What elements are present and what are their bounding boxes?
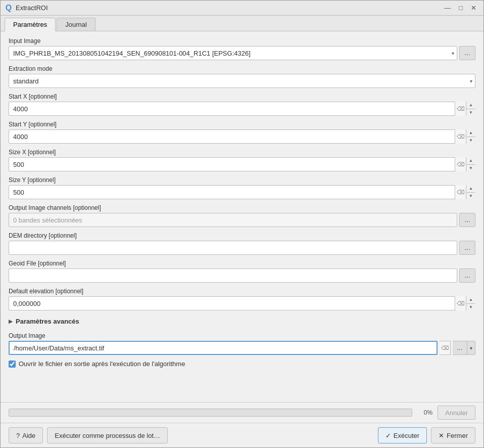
output-channels-browse-button[interactable]: … [459, 213, 475, 227]
checkmark-icon: ✓ [385, 432, 391, 439]
open-output-label[interactable]: Ouvrir le fichier en sortie après l'exéc… [19, 360, 185, 368]
app-icon: Q [5, 4, 13, 12]
geoid-file-group: Geoid File [optionnel] … [9, 260, 475, 283]
size-y-spin-buttons: ▲ ▼ [466, 185, 475, 199]
output-channels-label: Output Image channels [optionnel] [9, 204, 475, 211]
input-image-select-wrapper: IMG_PHR1B_MS_201308051042194_SEN_6909081… [9, 46, 457, 60]
open-output-row: Ouvrir le fichier en sortie après l'exéc… [9, 360, 475, 368]
input-image-group: Input Image IMG_PHR1B_MS_201308051042194… [9, 37, 475, 60]
bottom-left-actions: ? Aide Exécuter comme processus de lot… [9, 427, 168, 443]
geoid-file-label: Geoid File [optionnel] [9, 260, 475, 267]
start-x-clear-button[interactable]: ⌫ [455, 102, 466, 116]
bottom-right-actions: ✓ Exécuter ✕ Fermer [378, 427, 475, 443]
titlebar-controls: — □ ✕ [441, 3, 479, 13]
geoid-file-row: … [9, 268, 475, 283]
size-x-up-button[interactable]: ▲ [466, 157, 475, 165]
start-x-label: Start X [optionnel] [9, 93, 475, 100]
start-y-spinbox: ⌫ ▲ ▼ [9, 129, 475, 144]
default-elevation-controls: ⌫ ▲ ▼ [455, 296, 475, 310]
default-elevation-group: Default elevation [optionnel] ⌫ ▲ ▼ [9, 288, 475, 310]
start-x-group: Start X [optionnel] ⌫ ▲ ▼ [9, 93, 475, 116]
extraction-mode-group: Extraction mode standard fit longest sho… [9, 65, 475, 88]
default-elevation-label: Default elevation [optionnel] [9, 288, 475, 295]
extraction-mode-select-wrapper: standard fit longest shortest ▾ [9, 74, 475, 88]
advanced-label: Paramètres avancés [16, 318, 79, 325]
question-icon: ? [16, 432, 20, 439]
dem-directory-group: DEM directory [optionnel] … [9, 232, 475, 255]
tab-journal[interactable]: Journal [57, 18, 95, 31]
progress-area: 0% Annuler [1, 402, 483, 423]
input-image-label: Input Image [9, 37, 475, 44]
output-image-clear-button[interactable]: ⌫ [440, 341, 451, 355]
default-elevation-clear-button[interactable]: ⌫ [455, 296, 466, 310]
size-x-label: Size X [optionnel] [9, 149, 475, 156]
fermer-button[interactable]: ✕ Fermer [431, 427, 475, 443]
size-x-spin-buttons: ▲ ▼ [466, 157, 475, 171]
output-image-input[interactable] [9, 341, 438, 355]
aide-button[interactable]: ? Aide [9, 427, 43, 443]
start-y-down-button[interactable]: ▼ [466, 137, 475, 144]
output-image-browse-button[interactable]: … [453, 341, 467, 354]
output-channels-field: 0 bandes sélectionnées [9, 213, 457, 227]
dem-directory-input[interactable] [9, 241, 457, 255]
minimize-button[interactable]: — [441, 3, 454, 13]
start-y-group: Start Y [optionnel] ⌫ ▲ ▼ [9, 121, 475, 144]
titlebar-left: Q ExtractROI [5, 4, 48, 12]
input-image-select[interactable]: IMG_PHR1B_MS_201308051042194_SEN_6909081… [9, 46, 457, 60]
size-x-input[interactable] [9, 157, 475, 171]
size-y-down-button[interactable]: ▼ [466, 193, 475, 200]
advanced-toggle[interactable]: ▶ Paramètres avancés [9, 316, 475, 327]
output-channels-group: Output Image channels [optionnel] 0 band… [9, 204, 475, 227]
start-x-spin-buttons: ▲ ▼ [466, 102, 475, 116]
default-elevation-up-button[interactable]: ▲ [466, 296, 475, 304]
output-image-row: ⌫ … ▾ [9, 341, 475, 355]
size-x-clear-button[interactable]: ⌫ [455, 157, 466, 171]
start-y-spin-buttons: ▲ ▼ [466, 129, 475, 144]
advanced-arrow-icon: ▶ [9, 319, 13, 324]
cross-icon: ✕ [439, 432, 444, 439]
open-output-checkbox[interactable] [9, 361, 16, 368]
size-y-up-button[interactable]: ▲ [466, 185, 475, 193]
start-x-up-button[interactable]: ▲ [466, 102, 475, 109]
default-elevation-down-button[interactable]: ▼ [466, 304, 475, 311]
input-image-browse-button[interactable]: … [459, 46, 475, 60]
tab-bar: Paramètres Journal [1, 16, 483, 31]
executer-lot-button[interactable]: Exécuter comme processus de lot… [47, 427, 168, 443]
annuler-button: Annuler [438, 406, 475, 420]
output-image-group: Output Image ⌫ … ▾ [9, 332, 475, 355]
output-image-browse-dropdown: … ▾ [453, 341, 475, 355]
extraction-mode-label: Extraction mode [9, 65, 475, 72]
start-y-input[interactable] [9, 129, 475, 144]
tab-parametres[interactable]: Paramètres [5, 18, 56, 31]
default-elevation-input[interactable] [9, 296, 475, 310]
geoid-file-browse-button[interactable]: … [459, 268, 475, 283]
dem-directory-label: DEM directory [optionnel] [9, 232, 475, 239]
start-y-up-button[interactable]: ▲ [466, 129, 475, 137]
start-y-clear-button[interactable]: ⌫ [455, 129, 466, 144]
input-image-row: IMG_PHR1B_MS_201308051042194_SEN_6909081… [9, 46, 475, 60]
start-y-controls: ⌫ ▲ ▼ [455, 129, 475, 144]
size-y-group: Size Y [optionnel] ⌫ ▲ ▼ [9, 176, 475, 199]
executer-button[interactable]: ✓ Exécuter [378, 427, 427, 443]
size-y-label: Size Y [optionnel] [9, 176, 475, 184]
size-x-controls: ⌫ ▲ ▼ [455, 157, 475, 171]
dem-directory-browse-button[interactable]: … [459, 241, 475, 255]
extraction-mode-select[interactable]: standard fit longest shortest [9, 74, 475, 88]
size-y-controls: ⌫ ▲ ▼ [455, 185, 475, 199]
close-button[interactable]: ✕ [468, 3, 479, 13]
start-x-down-button[interactable]: ▼ [466, 109, 475, 116]
advanced-section: ▶ Paramètres avancés [9, 316, 475, 327]
geoid-file-input[interactable] [9, 268, 457, 283]
form-content: Input Image IMG_PHR1B_MS_201308051042194… [1, 31, 483, 402]
output-channels-row: 0 bandes sélectionnées … [9, 213, 475, 227]
size-y-input[interactable] [9, 185, 475, 199]
size-y-clear-button[interactable]: ⌫ [455, 185, 466, 199]
size-x-group: Size X [optionnel] ⌫ ▲ ▼ [9, 149, 475, 171]
default-elevation-spin-buttons: ▲ ▼ [466, 296, 475, 310]
size-x-down-button[interactable]: ▼ [466, 165, 475, 172]
output-image-dropdown-button[interactable]: ▾ [467, 341, 475, 354]
maximize-button[interactable]: □ [456, 3, 466, 13]
start-x-input[interactable] [9, 102, 475, 116]
size-x-spinbox: ⌫ ▲ ▼ [9, 157, 475, 171]
start-x-spinbox: ⌫ ▲ ▼ [9, 102, 475, 116]
